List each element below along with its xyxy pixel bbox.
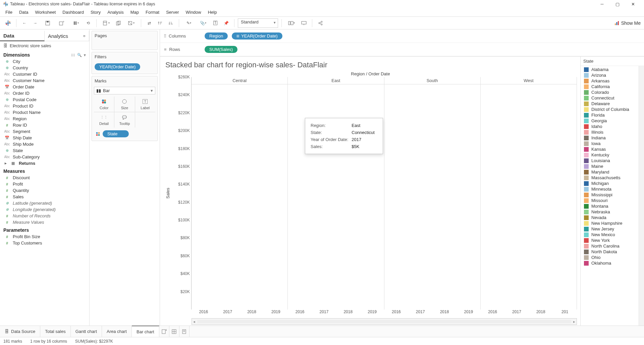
view-toggle-icon[interactable]: ⫶⫶ bbox=[71, 53, 75, 57]
field-latitude-generated-[interactable]: ⊕Latitude (generated) bbox=[3, 200, 89, 206]
legend-item-new-hampshire[interactable]: New Hampshire bbox=[581, 220, 644, 226]
legend-item-maine[interactable]: Maine bbox=[581, 163, 644, 169]
legend-item-maryland[interactable]: Maryland bbox=[581, 169, 644, 175]
legend-item-massachusetts[interactable]: Massachusetts bbox=[581, 175, 644, 181]
legend-item-mississippi[interactable]: Mississippi bbox=[581, 192, 644, 198]
legend-item-ohio[interactable]: Ohio bbox=[581, 255, 644, 260]
menu-analysis[interactable]: Analysis bbox=[104, 8, 127, 16]
plot-area[interactable]: CentralEastSouthWest Region:EastState:Co… bbox=[192, 77, 577, 309]
pill-sum-sales-[interactable]: SUM(Sales) bbox=[205, 46, 237, 53]
legend-item-colorado[interactable]: Colorado bbox=[581, 89, 644, 95]
field-top-customers[interactable]: #Top Customers bbox=[3, 240, 89, 246]
refresh-button[interactable]: ⟲ bbox=[84, 18, 93, 28]
redo-button[interactable]: → bbox=[31, 18, 40, 28]
field-sales[interactable]: #Sales bbox=[3, 194, 89, 200]
legend-item-north-dakota[interactable]: North Dakota bbox=[581, 249, 644, 255]
field-sub-category[interactable]: AbcSub-Category bbox=[3, 154, 89, 160]
field-state[interactable]: ⊕State bbox=[3, 147, 89, 154]
pin-button[interactable]: 📌 bbox=[221, 18, 231, 28]
mark-type-select[interactable]: ▮▮Bar ▾ bbox=[94, 87, 155, 94]
legend-item-missouri[interactable]: Missouri bbox=[581, 198, 644, 203]
tab-datasource[interactable]: 🗄Data Source bbox=[0, 326, 40, 337]
legend-item-minnesota[interactable]: Minnesota bbox=[581, 186, 644, 192]
field-profit[interactable]: #Profit bbox=[3, 181, 89, 187]
close-button[interactable]: ✕ bbox=[625, 0, 641, 8]
undo-button[interactable]: ← bbox=[20, 18, 29, 28]
pill-year-order-date-[interactable]: ⊞YEAR(Order Date) bbox=[232, 32, 282, 40]
new-sheet-button[interactable]: + bbox=[159, 326, 169, 337]
legend-item-florida[interactable]: Florida bbox=[581, 112, 644, 118]
menu-help[interactable]: Help bbox=[205, 8, 220, 16]
sheet-tab-area-chart[interactable]: Area chart bbox=[102, 326, 132, 337]
legend-item-connecticut[interactable]: Connecticut bbox=[581, 95, 644, 101]
legend-item-oklahoma[interactable]: Oklahoma bbox=[581, 260, 644, 266]
menu-data[interactable]: Data bbox=[16, 8, 32, 16]
swap-button[interactable]: ⇄ bbox=[145, 18, 154, 28]
field-product-id[interactable]: AbcProduct ID bbox=[3, 103, 89, 109]
field-profit-bin-size[interactable]: #Profit Bin Size bbox=[3, 233, 89, 240]
fit-mode-select[interactable]: Standard bbox=[238, 18, 278, 28]
pill-region[interactable]: Region bbox=[205, 32, 228, 40]
legend-item-michigan[interactable]: Michigan bbox=[581, 181, 644, 186]
menu-server[interactable]: Server bbox=[163, 8, 182, 16]
field-returns[interactable]: ▸▦Returns bbox=[3, 160, 89, 166]
legend-item-district-of-columbia[interactable]: District of Columbia bbox=[581, 107, 644, 112]
sheet-tab-bar-chart[interactable]: Bar chart bbox=[132, 326, 159, 337]
field-product-name[interactable]: AbcProduct Name bbox=[3, 109, 89, 116]
field-customer-id[interactable]: AbcCustomer ID bbox=[3, 71, 89, 77]
menu-file[interactable]: File bbox=[2, 8, 16, 16]
marks-size[interactable]: Size bbox=[114, 96, 135, 112]
legend-item-california[interactable]: California bbox=[581, 84, 644, 89]
legend-item-iowa[interactable]: Iowa bbox=[581, 141, 644, 146]
legend-item-idaho[interactable]: Idaho bbox=[581, 124, 644, 129]
field-segment[interactable]: AbcSegment bbox=[3, 128, 89, 135]
field-discount[interactable]: #Discount bbox=[3, 175, 89, 181]
share-button[interactable] bbox=[316, 18, 325, 28]
highlight-button[interactable]: ✎▾ bbox=[182, 18, 195, 28]
scroll-right-icon[interactable]: ▸ bbox=[573, 320, 575, 324]
field-number-of-records[interactable]: #Number of Records bbox=[3, 213, 89, 219]
field-postal-code[interactable]: ⊕Postal Code bbox=[3, 96, 89, 103]
marks-color[interactable]: Color bbox=[94, 96, 114, 112]
legend-item-arkansas[interactable]: Arkansas bbox=[581, 78, 644, 84]
legend-item-new-mexico[interactable]: New Mexico bbox=[581, 232, 644, 237]
pause-updates-button[interactable]: ▾ bbox=[69, 18, 82, 28]
new-story-button[interactable] bbox=[179, 326, 190, 337]
columns-shelf[interactable]: ⦙⦙⦙Columns Region⊞YEAR(Order Date) bbox=[160, 29, 644, 43]
field-region[interactable]: AbcRegion bbox=[3, 116, 89, 122]
legend-title[interactable]: State bbox=[581, 57, 644, 66]
marks-label[interactable]: TLabel bbox=[135, 96, 155, 112]
duplicate-button[interactable] bbox=[114, 18, 123, 28]
sheet-tab-total-sales[interactable]: Total sales bbox=[40, 326, 70, 337]
marks-tooltip[interactable]: 💬Tooltip bbox=[114, 112, 135, 128]
legend-item-north-carolina[interactable]: North Carolina bbox=[581, 243, 644, 249]
new-worksheet-button[interactable]: ▾ bbox=[100, 18, 113, 28]
field-country[interactable]: ⊕Country bbox=[3, 65, 89, 71]
field-longitude-generated-[interactable]: ⊕Longitude (generated) bbox=[3, 206, 89, 213]
legend-item-kansas[interactable]: Kansas bbox=[581, 146, 644, 152]
sort-asc-button[interactable] bbox=[155, 18, 165, 28]
field-quantity[interactable]: #Quantity bbox=[3, 187, 89, 194]
legend-item-alabama[interactable]: Alabama bbox=[581, 67, 644, 72]
search-icon[interactable]: 🔍 bbox=[77, 53, 82, 57]
new-dashboard-button[interactable] bbox=[169, 326, 179, 337]
save-button[interactable] bbox=[41, 18, 54, 28]
menu-story[interactable]: Story bbox=[87, 8, 104, 16]
legend-item-illinois[interactable]: Illinois bbox=[581, 129, 644, 135]
menu-window[interactable]: Window bbox=[182, 8, 204, 16]
legend-item-nebraska[interactable]: Nebraska bbox=[581, 209, 644, 215]
chart-title[interactable]: Stacked bar chart for region-wise sales-… bbox=[165, 61, 577, 69]
rows-shelf[interactable]: ≡Rows SUM(Sales) bbox=[160, 43, 644, 56]
sort-desc-button[interactable] bbox=[166, 18, 175, 28]
sheet-tab-gantt-chart[interactable]: Gantt chart bbox=[71, 326, 102, 337]
scroll-left-icon[interactable]: ◂ bbox=[193, 320, 195, 324]
tab-analytics[interactable]: Analytics≑ bbox=[45, 31, 89, 41]
presentation-button[interactable] bbox=[299, 18, 309, 28]
menu-worksheet[interactable]: Worksheet bbox=[32, 8, 59, 16]
legend-item-arizona[interactable]: Arizona bbox=[581, 72, 644, 78]
legend-item-georgia[interactable]: Georgia bbox=[581, 118, 644, 124]
field-ship-date[interactable]: 📅Ship Date bbox=[3, 135, 89, 141]
show-cards-button[interactable]: ▾ bbox=[285, 18, 298, 28]
legend-item-nevada[interactable]: Nevada bbox=[581, 215, 644, 220]
legend-item-kentucky[interactable]: Kentucky bbox=[581, 152, 644, 158]
